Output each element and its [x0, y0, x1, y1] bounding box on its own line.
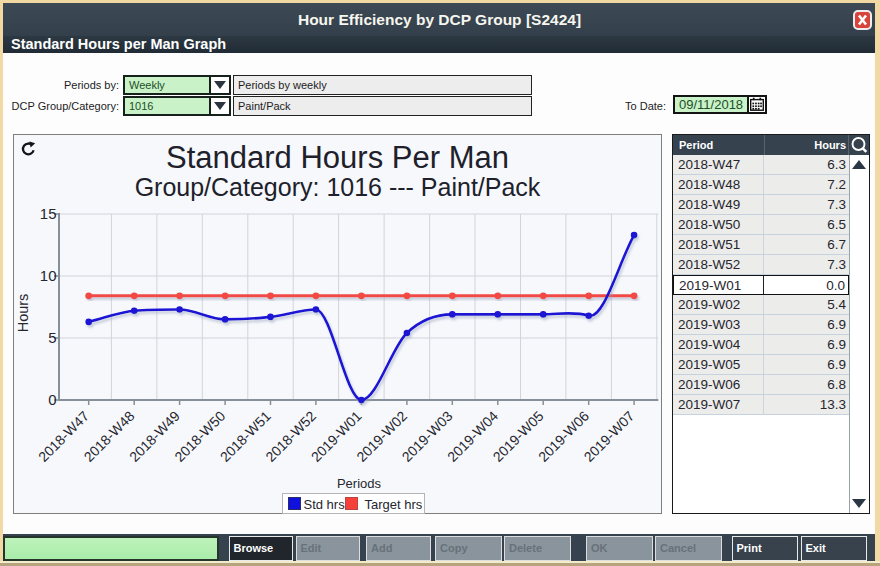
- svg-text:Target hrs: Target hrs: [365, 497, 423, 512]
- svg-text:15: 15: [40, 205, 57, 222]
- svg-text:0: 0: [48, 391, 56, 408]
- svg-text:5: 5: [48, 329, 56, 346]
- svg-text:Std hrs: Std hrs: [304, 497, 346, 512]
- svg-text:10: 10: [40, 267, 57, 284]
- svg-text:Hours: Hours: [15, 294, 31, 333]
- svg-text:Periods: Periods: [337, 476, 382, 491]
